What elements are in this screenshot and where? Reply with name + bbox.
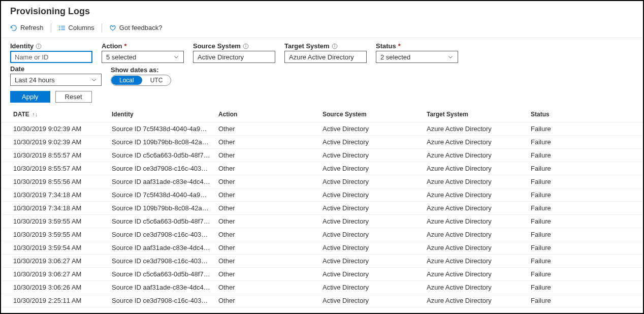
action-value: 5 selected: [106, 53, 136, 61]
status-label: Status *: [376, 42, 458, 50]
cell-status: Failure: [527, 228, 643, 241]
action-select[interactable]: 5 selected: [102, 51, 184, 63]
cell-identity: Source ID c5c6a663-0d5b-48f7-b1d7-ec4: [108, 268, 214, 281]
table-row[interactable]: 10/30/2019 9:02:39 AMSource ID 7c5f438d-…: [1, 122, 643, 136]
action-label: Action *: [102, 42, 184, 50]
toolbar-separator: [102, 23, 102, 33]
table-row[interactable]: 10/30/2019 3:59:55 AMSource ID c5c6a663-…: [1, 215, 643, 228]
date-format-toggle[interactable]: Local UTC: [111, 75, 171, 86]
cell-action: Other: [214, 228, 318, 241]
cell-identity: Source ID aaf31ade-c83e-4dc4-878c-da25: [108, 175, 214, 189]
toggle-local[interactable]: Local: [111, 76, 142, 85]
date-select[interactable]: Last 24 hours: [10, 74, 102, 86]
cell-date: 10/30/2019 7:34:18 AM: [1, 202, 108, 215]
cell-target: Azure Active Directory: [423, 228, 527, 241]
action-label-text: Action: [102, 42, 122, 50]
cell-action: Other: [214, 281, 318, 294]
table-row[interactable]: 10/30/2019 7:34:18 AMSource ID 109b79bb-…: [1, 202, 643, 215]
columns-icon: [58, 24, 66, 32]
col-header-status[interactable]: Status: [527, 107, 643, 122]
refresh-label: Refresh: [20, 24, 44, 32]
show-dates-label-text: Show dates as:: [111, 66, 159, 74]
cell-target: Azure Active Directory: [423, 136, 527, 149]
cell-source: Active Directory: [318, 162, 423, 175]
cell-target: Azure Active Directory: [423, 255, 527, 268]
col-header-date-text: DATE: [13, 111, 29, 118]
cell-date: 10/30/2019 7:34:18 AM: [1, 189, 108, 202]
cell-target: Azure Active Directory: [423, 281, 527, 294]
cell-target: Azure Active Directory: [423, 189, 527, 202]
table-row[interactable]: 10/30/2019 9:02:39 AMSource ID 109b79bb-…: [1, 136, 643, 149]
cell-date: 10/30/2019 9:02:39 AM: [1, 136, 108, 149]
columns-button[interactable]: Columns: [58, 22, 94, 34]
cell-action: Other: [214, 215, 318, 228]
cell-source: Active Directory: [318, 268, 423, 281]
status-value: 2 selected: [380, 53, 410, 61]
cell-target: Azure Active Directory: [423, 215, 527, 228]
cell-source: Active Directory: [318, 136, 423, 149]
table-row[interactable]: 10/30/2019 3:06:27 AMSource ID ce3d7908-…: [1, 255, 643, 268]
cell-source: Active Directory: [318, 255, 423, 268]
date-label: Date: [10, 65, 102, 73]
required-indicator: *: [398, 42, 401, 50]
feedback-button[interactable]: Got feedback?: [109, 22, 163, 34]
identity-input-wrap[interactable]: [10, 51, 92, 63]
toggle-utc[interactable]: UTC: [142, 76, 171, 85]
cell-target: Azure Active Directory: [423, 149, 527, 162]
col-header-target[interactable]: Target System: [423, 107, 527, 122]
status-select[interactable]: 2 selected: [376, 51, 458, 63]
apply-button[interactable]: Apply: [10, 91, 50, 103]
cell-date: 10/30/2019 3:59:55 AM: [1, 215, 108, 228]
cell-target: Azure Active Directory: [423, 122, 527, 136]
logs-table: DATE ↑↓ Identity Action Source System Ta…: [1, 107, 643, 307]
col-header-identity[interactable]: Identity: [108, 107, 214, 122]
identity-label-text: Identity: [10, 42, 34, 50]
cell-date: 10/30/2019 3:06:27 AM: [1, 255, 108, 268]
cell-date: 10/30/2019 3:59:55 AM: [1, 228, 108, 241]
toolbar: Refresh Columns Got feedback?: [1, 21, 643, 38]
col-header-date[interactable]: DATE ↑↓: [1, 107, 108, 122]
table-row[interactable]: 10/30/2019 3:06:27 AMSource ID c5c6a663-…: [1, 268, 643, 281]
source-select[interactable]: Active Directory: [193, 51, 275, 63]
cell-source: Active Directory: [318, 189, 423, 202]
cell-identity: Source ID 109b79bb-8c08-42a0-a6d1-8fc: [108, 202, 214, 215]
cell-status: Failure: [527, 281, 643, 294]
cell-date: 10/30/2019 3:59:54 AM: [1, 241, 108, 255]
cell-identity: Source ID aaf31ade-c83e-4dc4-878c-da25: [108, 281, 214, 294]
cell-date: 10/30/2019 8:55:57 AM: [1, 149, 108, 162]
cell-identity: Source ID 7c5f438d-4040-4a97-8a45-9d6: [108, 122, 214, 136]
table-row[interactable]: 10/30/2019 3:06:26 AMSource ID aaf31ade-…: [1, 281, 643, 294]
cell-target: Azure Active Directory: [423, 241, 527, 255]
svg-point-14: [334, 45, 335, 45]
refresh-icon: [10, 24, 17, 32]
cell-status: Failure: [527, 162, 643, 175]
reset-button[interactable]: Reset: [55, 91, 92, 103]
info-icon: [36, 43, 42, 49]
target-select[interactable]: Azure Active Directory: [284, 51, 367, 63]
cell-status: Failure: [527, 202, 643, 215]
cell-source: Active Directory: [318, 294, 423, 307]
cell-date: 10/30/2019 8:55:57 AM: [1, 162, 108, 175]
table-row[interactable]: 10/30/2019 2:25:11 AMSource ID ce3d7908-…: [1, 294, 643, 307]
cell-target: Azure Active Directory: [423, 162, 527, 175]
identity-input[interactable]: [15, 53, 88, 61]
cell-identity: Source ID ce3d7908-c16c-4039-a346-b72: [108, 294, 214, 307]
cell-source: Active Directory: [318, 281, 423, 294]
cell-identity: Source ID 109b79bb-8c08-42a0-a6d1-8fc: [108, 136, 214, 149]
cell-action: Other: [214, 202, 318, 215]
cell-action: Other: [214, 175, 318, 189]
logs-table-wrap: DATE ↑↓ Identity Action Source System Ta…: [1, 107, 643, 313]
table-row[interactable]: 10/30/2019 8:55:57 AMSource ID ce3d7908-…: [1, 162, 643, 175]
table-row[interactable]: 10/30/2019 7:34:18 AMSource ID 7c5f438d-…: [1, 189, 643, 202]
col-header-source[interactable]: Source System: [318, 107, 423, 122]
cell-identity: Source ID c5c6a663-0d5b-48f7-b1d7-ec4: [108, 149, 214, 162]
table-row[interactable]: 10/30/2019 8:55:57 AMSource ID c5c6a663-…: [1, 149, 643, 162]
table-row[interactable]: 10/30/2019 3:59:55 AMSource ID ce3d7908-…: [1, 228, 643, 241]
filters-row: Identity Action * 5 selected Source Syst…: [1, 38, 643, 65]
show-dates-label: Show dates as:: [111, 66, 171, 74]
col-header-action[interactable]: Action: [214, 107, 318, 122]
table-row[interactable]: 10/30/2019 3:59:54 AMSource ID aaf31ade-…: [1, 241, 643, 255]
refresh-button[interactable]: Refresh: [10, 22, 44, 34]
source-label: Source System: [193, 42, 275, 50]
table-row[interactable]: 10/30/2019 8:55:56 AMSource ID aaf31ade-…: [1, 175, 643, 189]
